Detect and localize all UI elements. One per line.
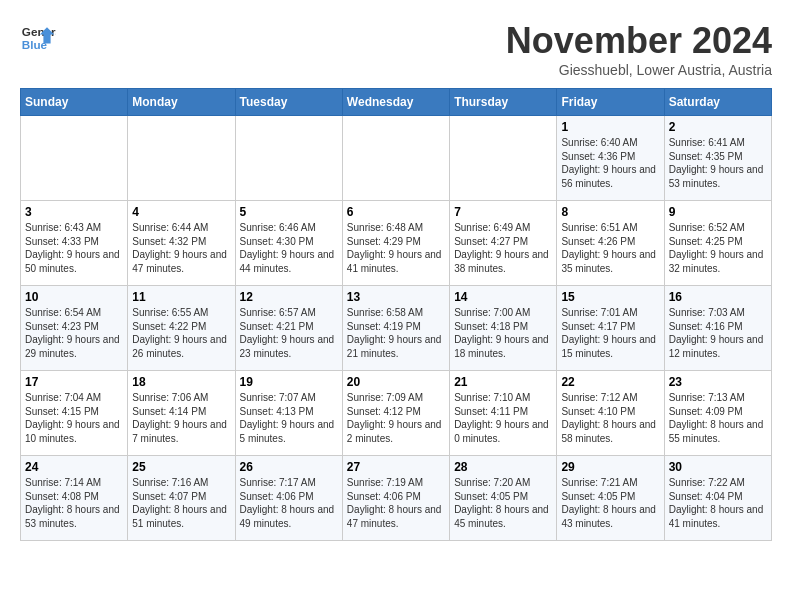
calendar-cell: 28Sunrise: 7:20 AM Sunset: 4:05 PM Dayli…: [450, 456, 557, 541]
day-detail: Sunrise: 6:40 AM Sunset: 4:36 PM Dayligh…: [561, 136, 659, 190]
day-detail: Sunrise: 6:52 AM Sunset: 4:25 PM Dayligh…: [669, 221, 767, 275]
weekday-header-wednesday: Wednesday: [342, 89, 449, 116]
day-detail: Sunrise: 6:43 AM Sunset: 4:33 PM Dayligh…: [25, 221, 123, 275]
day-detail: Sunrise: 7:12 AM Sunset: 4:10 PM Dayligh…: [561, 391, 659, 445]
day-number: 25: [132, 460, 230, 474]
calendar-cell: 30Sunrise: 7:22 AM Sunset: 4:04 PM Dayli…: [664, 456, 771, 541]
calendar-cell: [21, 116, 128, 201]
calendar-cell: 24Sunrise: 7:14 AM Sunset: 4:08 PM Dayli…: [21, 456, 128, 541]
day-detail: Sunrise: 7:20 AM Sunset: 4:05 PM Dayligh…: [454, 476, 552, 530]
day-detail: Sunrise: 7:04 AM Sunset: 4:15 PM Dayligh…: [25, 391, 123, 445]
calendar-cell: 6Sunrise: 6:48 AM Sunset: 4:29 PM Daylig…: [342, 201, 449, 286]
day-detail: Sunrise: 7:09 AM Sunset: 4:12 PM Dayligh…: [347, 391, 445, 445]
day-detail: Sunrise: 7:07 AM Sunset: 4:13 PM Dayligh…: [240, 391, 338, 445]
day-number: 10: [25, 290, 123, 304]
day-detail: Sunrise: 7:19 AM Sunset: 4:06 PM Dayligh…: [347, 476, 445, 530]
day-detail: Sunrise: 6:58 AM Sunset: 4:19 PM Dayligh…: [347, 306, 445, 360]
day-number: 4: [132, 205, 230, 219]
day-number: 6: [347, 205, 445, 219]
day-detail: Sunrise: 7:01 AM Sunset: 4:17 PM Dayligh…: [561, 306, 659, 360]
day-detail: Sunrise: 7:21 AM Sunset: 4:05 PM Dayligh…: [561, 476, 659, 530]
day-number: 16: [669, 290, 767, 304]
calendar-cell: 15Sunrise: 7:01 AM Sunset: 4:17 PM Dayli…: [557, 286, 664, 371]
day-detail: Sunrise: 6:54 AM Sunset: 4:23 PM Dayligh…: [25, 306, 123, 360]
day-detail: Sunrise: 6:44 AM Sunset: 4:32 PM Dayligh…: [132, 221, 230, 275]
calendar-cell: 1Sunrise: 6:40 AM Sunset: 4:36 PM Daylig…: [557, 116, 664, 201]
calendar-cell: [128, 116, 235, 201]
calendar-cell: 9Sunrise: 6:52 AM Sunset: 4:25 PM Daylig…: [664, 201, 771, 286]
day-detail: Sunrise: 6:46 AM Sunset: 4:30 PM Dayligh…: [240, 221, 338, 275]
day-detail: Sunrise: 6:48 AM Sunset: 4:29 PM Dayligh…: [347, 221, 445, 275]
weekday-header-saturday: Saturday: [664, 89, 771, 116]
calendar-cell: 3Sunrise: 6:43 AM Sunset: 4:33 PM Daylig…: [21, 201, 128, 286]
weekday-header-monday: Monday: [128, 89, 235, 116]
day-detail: Sunrise: 7:06 AM Sunset: 4:14 PM Dayligh…: [132, 391, 230, 445]
logo: General Blue: [20, 20, 56, 56]
day-detail: Sunrise: 6:41 AM Sunset: 4:35 PM Dayligh…: [669, 136, 767, 190]
day-detail: Sunrise: 6:55 AM Sunset: 4:22 PM Dayligh…: [132, 306, 230, 360]
day-detail: Sunrise: 7:10 AM Sunset: 4:11 PM Dayligh…: [454, 391, 552, 445]
day-number: 17: [25, 375, 123, 389]
calendar-week-1: 1Sunrise: 6:40 AM Sunset: 4:36 PM Daylig…: [21, 116, 772, 201]
calendar-cell: [235, 116, 342, 201]
calendar-cell: 21Sunrise: 7:10 AM Sunset: 4:11 PM Dayli…: [450, 371, 557, 456]
calendar-cell: 13Sunrise: 6:58 AM Sunset: 4:19 PM Dayli…: [342, 286, 449, 371]
calendar-cell: 26Sunrise: 7:17 AM Sunset: 4:06 PM Dayli…: [235, 456, 342, 541]
calendar-cell: 29Sunrise: 7:21 AM Sunset: 4:05 PM Dayli…: [557, 456, 664, 541]
day-number: 11: [132, 290, 230, 304]
calendar-week-5: 24Sunrise: 7:14 AM Sunset: 4:08 PM Dayli…: [21, 456, 772, 541]
calendar-cell: [342, 116, 449, 201]
title-block: November 2024 Giesshuebl, Lower Austria,…: [506, 20, 772, 78]
calendar-cell: 10Sunrise: 6:54 AM Sunset: 4:23 PM Dayli…: [21, 286, 128, 371]
calendar-cell: [450, 116, 557, 201]
day-number: 9: [669, 205, 767, 219]
day-number: 29: [561, 460, 659, 474]
calendar-table: SundayMondayTuesdayWednesdayThursdayFrid…: [20, 88, 772, 541]
location-title: Giesshuebl, Lower Austria, Austria: [506, 62, 772, 78]
day-number: 18: [132, 375, 230, 389]
day-number: 13: [347, 290, 445, 304]
month-title: November 2024: [506, 20, 772, 62]
day-detail: Sunrise: 7:14 AM Sunset: 4:08 PM Dayligh…: [25, 476, 123, 530]
calendar-cell: 5Sunrise: 6:46 AM Sunset: 4:30 PM Daylig…: [235, 201, 342, 286]
day-detail: Sunrise: 6:57 AM Sunset: 4:21 PM Dayligh…: [240, 306, 338, 360]
weekday-header-sunday: Sunday: [21, 89, 128, 116]
day-number: 23: [669, 375, 767, 389]
day-number: 8: [561, 205, 659, 219]
day-number: 14: [454, 290, 552, 304]
calendar-cell: 27Sunrise: 7:19 AM Sunset: 4:06 PM Dayli…: [342, 456, 449, 541]
logo-icon: General Blue: [20, 20, 56, 56]
day-number: 20: [347, 375, 445, 389]
calendar-cell: 11Sunrise: 6:55 AM Sunset: 4:22 PM Dayli…: [128, 286, 235, 371]
calendar-week-2: 3Sunrise: 6:43 AM Sunset: 4:33 PM Daylig…: [21, 201, 772, 286]
day-number: 22: [561, 375, 659, 389]
calendar-cell: 8Sunrise: 6:51 AM Sunset: 4:26 PM Daylig…: [557, 201, 664, 286]
day-number: 15: [561, 290, 659, 304]
day-number: 28: [454, 460, 552, 474]
day-detail: Sunrise: 7:13 AM Sunset: 4:09 PM Dayligh…: [669, 391, 767, 445]
calendar-cell: 19Sunrise: 7:07 AM Sunset: 4:13 PM Dayli…: [235, 371, 342, 456]
day-number: 21: [454, 375, 552, 389]
calendar-cell: 4Sunrise: 6:44 AM Sunset: 4:32 PM Daylig…: [128, 201, 235, 286]
weekday-header-friday: Friday: [557, 89, 664, 116]
calendar-cell: 17Sunrise: 7:04 AM Sunset: 4:15 PM Dayli…: [21, 371, 128, 456]
calendar-cell: 22Sunrise: 7:12 AM Sunset: 4:10 PM Dayli…: [557, 371, 664, 456]
calendar-cell: 25Sunrise: 7:16 AM Sunset: 4:07 PM Dayli…: [128, 456, 235, 541]
calendar-week-4: 17Sunrise: 7:04 AM Sunset: 4:15 PM Dayli…: [21, 371, 772, 456]
day-number: 7: [454, 205, 552, 219]
calendar-cell: 20Sunrise: 7:09 AM Sunset: 4:12 PM Dayli…: [342, 371, 449, 456]
day-number: 12: [240, 290, 338, 304]
day-number: 2: [669, 120, 767, 134]
day-detail: Sunrise: 7:03 AM Sunset: 4:16 PM Dayligh…: [669, 306, 767, 360]
day-number: 1: [561, 120, 659, 134]
calendar-cell: 18Sunrise: 7:06 AM Sunset: 4:14 PM Dayli…: [128, 371, 235, 456]
day-number: 19: [240, 375, 338, 389]
weekday-header-thursday: Thursday: [450, 89, 557, 116]
day-detail: Sunrise: 6:51 AM Sunset: 4:26 PM Dayligh…: [561, 221, 659, 275]
day-detail: Sunrise: 7:16 AM Sunset: 4:07 PM Dayligh…: [132, 476, 230, 530]
day-detail: Sunrise: 7:22 AM Sunset: 4:04 PM Dayligh…: [669, 476, 767, 530]
day-number: 30: [669, 460, 767, 474]
page-header: General Blue November 2024 Giesshuebl, L…: [20, 20, 772, 78]
day-detail: Sunrise: 7:17 AM Sunset: 4:06 PM Dayligh…: [240, 476, 338, 530]
day-number: 26: [240, 460, 338, 474]
